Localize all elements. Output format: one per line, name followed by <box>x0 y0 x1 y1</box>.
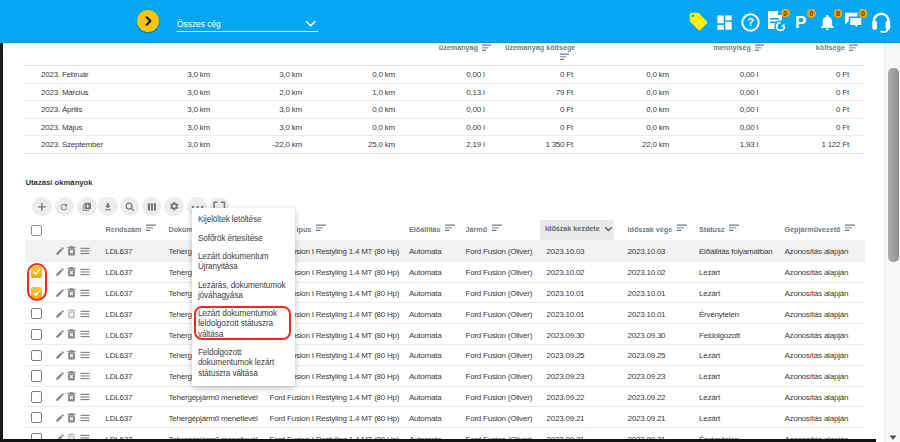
svg-text:?: ? <box>747 16 754 28</box>
